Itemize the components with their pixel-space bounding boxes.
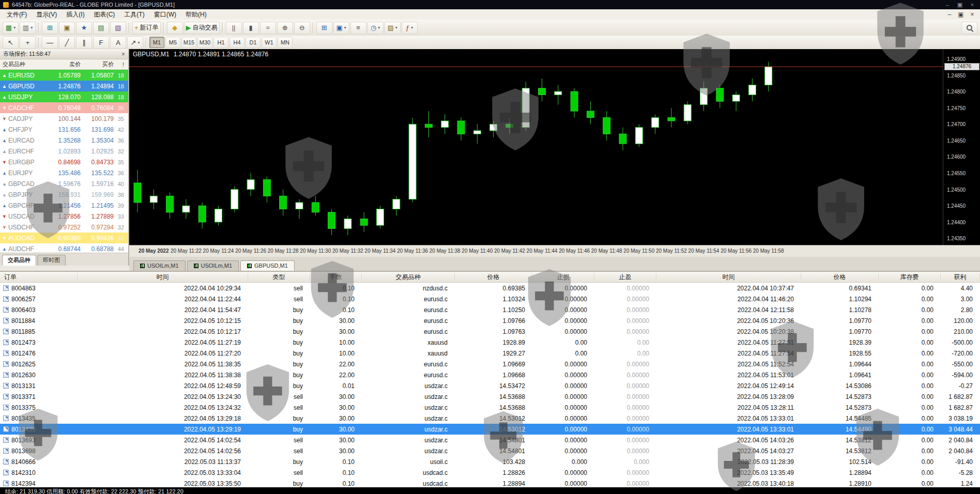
history-row[interactable]: 80136982022.04.05 14:02:56sell30.00usdza…: [0, 445, 980, 456]
window-close-button[interactable]: ×: [968, 2, 977, 8]
trendline-tool-button[interactable]: ╱: [59, 36, 75, 49]
new-chart-button[interactable]: ▦▾: [3, 22, 19, 34]
column-header-symbol[interactable]: 交易品种: [362, 273, 455, 281]
history-row[interactable]: 80133712022.04.05 13:24:30sell30.00usdza…: [0, 391, 980, 402]
market-watch-toggle-button[interactable]: ⊞: [42, 22, 58, 34]
window-minimize-button[interactable]: –: [943, 2, 952, 8]
market-row[interactable]: ▼CADCHF0.760490.7608435: [0, 102, 128, 113]
tab-tick-chart[interactable]: 即时图: [37, 255, 66, 266]
column-header-type[interactable]: 类型: [248, 273, 310, 281]
menu-tools[interactable]: 工具(T): [119, 10, 149, 20]
column-header-open_price[interactable]: 价格: [455, 273, 532, 281]
bar-chart-mode-button[interactable]: ||: [226, 22, 242, 34]
timeframe-m1-button[interactable]: M1: [149, 37, 164, 48]
chart-plot[interactable]: GBPUSD,M1 1.24870 1.24891 1.24865 1.2487…: [129, 49, 943, 245]
history-row[interactable]: 80124762022.04.05 11:27:20buy10.00xauusd…: [0, 348, 980, 359]
timeframe-d1-button[interactable]: D1: [246, 37, 261, 48]
zoom-in-button[interactable]: ⊕: [277, 22, 293, 34]
market-row[interactable]: ▲EURCHF1.028931.0292532: [0, 146, 128, 157]
history-row[interactable]: 80064032022.04.04 11:54:47buy0.10eurusd.…: [0, 304, 980, 315]
market-row[interactable]: ▲EURJPY135.486135.52236: [0, 167, 128, 178]
menu-file[interactable]: 文件(F): [2, 10, 32, 20]
history-row[interactable]: 80134352022.04.05 13:29:18buy30.00usdzar…: [0, 413, 980, 424]
market-row[interactable]: ▲GBPUSD1.248761.2489418: [0, 81, 128, 91]
period-selector-button[interactable]: ◷▾: [368, 22, 384, 34]
history-row[interactable]: 80118842022.04.05 10:12:15buy30.00eurusd…: [0, 315, 980, 326]
market-row[interactable]: ▼AUDCAD0.903800.9042646: [0, 233, 128, 243]
history-row[interactable]: 80126302022.04.05 11:38:38buy22.00eurusd…: [0, 369, 980, 380]
profiles-button[interactable]: ▥▾: [20, 22, 36, 34]
chart-restore-button[interactable]: ▣: [955, 10, 967, 19]
column-header-sl[interactable]: 止损: [532, 273, 594, 281]
market-row[interactable]: ▲GBPCAD1.596761.5971640: [0, 178, 128, 189]
market-row[interactable]: ▲CHFJPY131.656131.69842: [0, 124, 128, 135]
column-bid[interactable]: 卖价: [49, 60, 81, 68]
column-symbol[interactable]: 交易品种: [0, 60, 49, 68]
market-row[interactable]: ▲GBPJPY159.931159.96938: [0, 189, 128, 200]
chart-close-button[interactable]: ×: [967, 10, 978, 19]
market-row[interactable]: ▲EURCAD1.352681.3530436: [0, 135, 128, 146]
history-row[interactable]: 80048632022.04.04 10:29:34sell0.10nzdusd…: [0, 283, 980, 294]
close-icon[interactable]: ×: [121, 51, 125, 58]
column-header-close_price[interactable]: 价格: [801, 273, 879, 281]
history-row[interactable]: 80131312022.04.05 12:48:59buy0.01usdzar.…: [0, 380, 980, 391]
column-header-order[interactable]: 订单: [0, 273, 78, 281]
arrange-icons-button[interactable]: ≡: [350, 22, 366, 34]
cascade-windows-button[interactable]: ▣▾: [333, 22, 349, 34]
tab-symbols[interactable]: 交易品种: [2, 255, 36, 266]
column-header-close_time[interactable]: 时间: [656, 273, 801, 281]
metaeditor-button[interactable]: ◆: [167, 22, 183, 34]
history-row[interactable]: 81423102022.05.03 13:33:04sell0.10usdcad…: [0, 467, 980, 478]
text-tool-button[interactable]: A: [110, 36, 126, 49]
column-header-lots[interactable]: 手数: [310, 273, 362, 281]
history-row[interactable]: 81406662022.05.03 11:13:37buy0.10usoil.c…: [0, 456, 980, 467]
market-row[interactable]: ▲USDJPY128.070128.08818: [0, 91, 128, 102]
history-row[interactable]: 80133752022.04.05 13:24:32sell30.00usdza…: [0, 402, 980, 413]
fibonacci-tool-button[interactable]: F: [93, 36, 109, 49]
autotrading-button[interactable]: ▶自动交易: [184, 22, 220, 34]
history-row[interactable]: 80126252022.04.05 11:38:35buy22.00eurusd…: [0, 359, 980, 369]
market-row[interactable]: ▼USDCAD1.278561.2788933: [0, 211, 128, 222]
channel-tool-button[interactable]: ∥: [76, 36, 92, 49]
column-header-tp[interactable]: 止盈: [594, 273, 656, 281]
tile-windows-button[interactable]: ⊞: [316, 22, 332, 34]
line-chart-mode-button[interactable]: ≈: [260, 22, 276, 34]
column-header-profit[interactable]: 获利: [941, 273, 980, 281]
chart-tab-gbpusd[interactable]: GBPUSD,M1: [240, 260, 295, 271]
market-row[interactable]: ▼CADJPY100.144100.17935: [0, 113, 128, 124]
indicators-button[interactable]: ƒ▾: [402, 22, 418, 34]
market-row[interactable]: ▼EURGBP0.846980.8473335: [0, 157, 128, 167]
new-order-button[interactable]: +新订单: [132, 22, 161, 34]
window-restore-button[interactable]: ▣: [955, 2, 964, 8]
history-row[interactable]: 80134392022.04.05 13:29:19buy30.00usdzar…: [0, 424, 980, 435]
history-row[interactable]: 80118852022.04.05 10:12:17buy30.00eurusd…: [0, 326, 980, 337]
column-spread[interactable]: !: [114, 61, 126, 68]
arrow-objects-button[interactable]: ↗▾: [127, 36, 143, 49]
timeframe-h4-button[interactable]: H4: [229, 37, 244, 48]
terminal-toggle-button[interactable]: ▤: [93, 22, 109, 34]
templates-button[interactable]: ▨▾: [385, 22, 401, 34]
horizontal-line-tool-button[interactable]: —: [42, 36, 58, 49]
timeframe-m5-button[interactable]: M5: [165, 37, 180, 48]
timeframe-m15-button[interactable]: M15: [181, 37, 196, 48]
zoom-out-button[interactable]: ⊖: [294, 22, 310, 34]
history-row[interactable]: 80136932022.04.05 14:02:54sell30.00usdza…: [0, 435, 980, 445]
menu-view[interactable]: 显示(V): [32, 10, 62, 20]
menu-help[interactable]: 帮助(H): [181, 10, 211, 20]
history-row[interactable]: 80124732022.04.05 11:27:19buy10.00xauusd…: [0, 337, 980, 348]
market-row[interactable]: ▲EURUSD1.057891.0580718: [0, 70, 128, 81]
chart-tab-usoilm-2[interactable]: USOILm,M1: [187, 260, 239, 271]
chart-tab-usoilm-1[interactable]: USOILm,M1: [133, 260, 186, 271]
search-button[interactable]: [961, 22, 977, 34]
column-header-open_time[interactable]: 时间: [78, 273, 248, 281]
chart-minimize-button[interactable]: –: [944, 10, 955, 19]
timeframe-w1-button[interactable]: W1: [262, 37, 277, 48]
timeframe-h1-button[interactable]: H1: [213, 37, 228, 48]
market-row[interactable]: ▲GBPCHF1.214561.2149539: [0, 200, 128, 211]
timeframe-mn-button[interactable]: MN: [278, 37, 293, 48]
navigator-toggle-button[interactable]: ★: [76, 22, 92, 34]
market-row[interactable]: ▼USDCHF0.972520.9728432: [0, 222, 128, 233]
cursor-tool-button[interactable]: ↖: [3, 36, 19, 49]
menu-insert[interactable]: 插入(I): [62, 10, 89, 20]
data-window-toggle-button[interactable]: ▣: [59, 22, 75, 34]
